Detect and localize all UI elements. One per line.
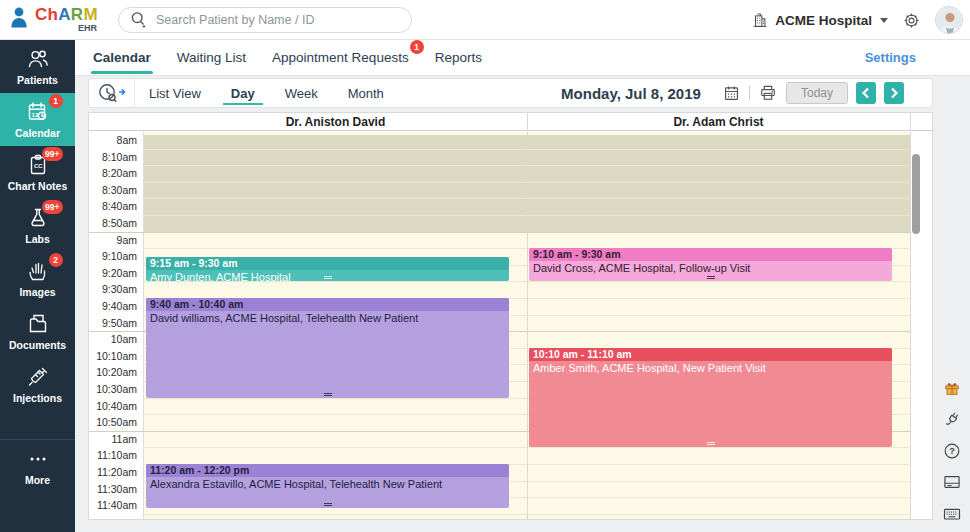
app-logo: ChARM EHR [6, 4, 98, 34]
sidebar-item-label: Calendar [15, 127, 60, 139]
notification-badge: 99+ [42, 147, 62, 161]
org-name: ACME Hospital [775, 13, 872, 28]
event-title: Alexandra Estavillo, ACME Hospital, Tele… [146, 477, 509, 490]
sidebar-item-more[interactable]: More [0, 442, 75, 490]
more-icon [26, 447, 50, 471]
time-label: 8:20am [89, 165, 137, 182]
gift-icon[interactable] [942, 378, 962, 398]
event-time-range: 11:20 am - 12:20 pm [146, 464, 509, 477]
labs-icon: 99+ [26, 206, 50, 230]
calendar-icon: 12 1 [26, 100, 50, 124]
time-label: 9:50am [89, 315, 137, 332]
time-label: 11:40am [89, 497, 137, 514]
sidebar-item-label: Documents [9, 339, 66, 351]
tab-appointment-requests[interactable]: Appointment Requests1 [272, 50, 409, 65]
time-label: 9am [89, 232, 137, 249]
appointment-event[interactable]: 9:10 am - 9:30 amDavid Cross, ACME Hospi… [529, 248, 892, 281]
time-label: 9:40am [89, 298, 137, 315]
sidebar-item-chart-notes[interactable]: CC 99+ Chart Notes [0, 146, 75, 199]
time-label: 10:10am [89, 348, 137, 365]
gear-icon[interactable] [902, 11, 921, 30]
time-label: 8:30am [89, 182, 137, 199]
tab-badge: 1 [410, 40, 424, 54]
time-label: 11:20am [89, 464, 137, 481]
sidebar-item-injections[interactable]: Injections [0, 358, 75, 411]
panel-icon[interactable] [942, 472, 962, 492]
appointment-event[interactable]: 11:20 am - 12:20 pmAlexandra Estavillo, … [146, 464, 509, 508]
appointment-event[interactable]: 9:40 am - 10:40 amDavid williams, ACME H… [146, 298, 509, 398]
view-week[interactable]: Week [285, 79, 318, 107]
tab-label: Waiting List [177, 50, 246, 65]
notification-badge: 99+ [42, 200, 62, 214]
event-time-range: 9:40 am - 10:40 am [146, 298, 509, 311]
sidebar-item-calendar[interactable]: 12 1 Calendar [0, 93, 75, 146]
sidebar-item-labs[interactable]: 99+ Labs [0, 199, 75, 252]
sidebar-item-documents[interactable]: Documents [0, 305, 75, 358]
print-icon[interactable] [758, 83, 778, 103]
event-title: David williams, ACME Hospital, Telehealt… [146, 311, 509, 324]
appointment-event[interactable]: 10:10 am - 11:10 amAmber Smith, ACME Hos… [529, 348, 892, 448]
time-label: 11:30am [89, 481, 137, 498]
keyboard-icon[interactable] [942, 504, 962, 524]
hospital-building-icon [751, 11, 769, 29]
next-day-button[interactable] [884, 82, 904, 104]
sidebar-divider [0, 439, 75, 440]
event-resize-handle[interactable] [707, 442, 715, 445]
tab-calendar[interactable]: Calendar [93, 50, 151, 65]
event-resize-handle[interactable] [324, 276, 332, 279]
view-list[interactable]: List View [149, 79, 201, 107]
grid-line [89, 232, 910, 233]
event-resize-handle[interactable] [324, 393, 332, 396]
org-selector[interactable]: ACME Hospital [751, 11, 888, 29]
column-divider [527, 132, 528, 519]
sidebar-item-label: Labs [25, 233, 50, 245]
doctor-column-header: Dr. Aniston David [144, 113, 527, 131]
calendar-header-row: Dr. Aniston David Dr. Adam Christ [89, 113, 932, 131]
toolbar-separator [749, 86, 750, 100]
schedule-search-icon [96, 81, 128, 105]
sidebar-nav: Patients 12 1 Calendar CC 99+ Chart Note… [0, 40, 75, 532]
event-resize-handle[interactable] [324, 503, 332, 506]
tab-label: Appointment Requests [272, 50, 409, 65]
prev-day-button[interactable] [856, 82, 876, 104]
view-month[interactable]: Month [348, 79, 384, 107]
time-label: 10:50am [89, 414, 137, 431]
calendar-grid[interactable]: 8am8:10am8:20am8:30am8:40am8:50am9am9:10… [89, 132, 932, 519]
time-label: 9:30am [89, 281, 137, 298]
scrollbar-thumb[interactable] [912, 154, 920, 234]
search-icon [129, 10, 149, 30]
tab-reports[interactable]: Reports [435, 50, 482, 65]
view-day[interactable]: Day [231, 79, 255, 107]
appointment-event[interactable]: 9:15 am - 9:30 amAmy Dunten, ACME Hospit… [146, 257, 509, 282]
avatar-photo [936, 7, 963, 34]
notification-badge: 2 [49, 253, 63, 267]
sidebar-item-images[interactable]: 2 Images [0, 252, 75, 305]
current-date-label: Monday, Jul 8, 2019 [561, 85, 701, 102]
time-label: 9:10am [89, 248, 137, 265]
time-label: 10:20am [89, 364, 137, 381]
patient-search[interactable] [118, 7, 412, 33]
plug-icon[interactable] [942, 410, 962, 430]
schedule-search-button[interactable] [89, 79, 135, 107]
chevron-down-icon [880, 18, 888, 23]
doctor-column-header: Dr. Adam Christ [527, 113, 910, 131]
time-label: 9:20am [89, 265, 137, 282]
time-gutter: 8am8:10am8:20am8:30am8:40am8:50am9am9:10… [89, 132, 144, 519]
tab-waiting-list[interactable]: Waiting List [177, 50, 246, 65]
images-icon: 2 [26, 259, 50, 283]
sidebar-item-label: More [25, 474, 50, 486]
time-label: 8:10am [89, 149, 137, 166]
user-avatar[interactable] [935, 6, 963, 34]
injections-icon [26, 365, 50, 389]
documents-icon [26, 312, 50, 336]
settings-link[interactable]: Settings [865, 50, 916, 65]
sidebar-item-patients[interactable]: Patients [0, 40, 75, 93]
event-time-range: 9:15 am - 9:30 am [146, 257, 509, 270]
event-resize-handle[interactable] [707, 276, 715, 279]
brand-sub: EHR [35, 23, 98, 33]
search-input[interactable] [156, 13, 401, 27]
help-icon[interactable]: ? [942, 441, 962, 461]
today-button[interactable]: Today [786, 82, 848, 104]
grid-edge-divider [910, 113, 911, 131]
mini-calendar-icon[interactable] [722, 84, 741, 103]
